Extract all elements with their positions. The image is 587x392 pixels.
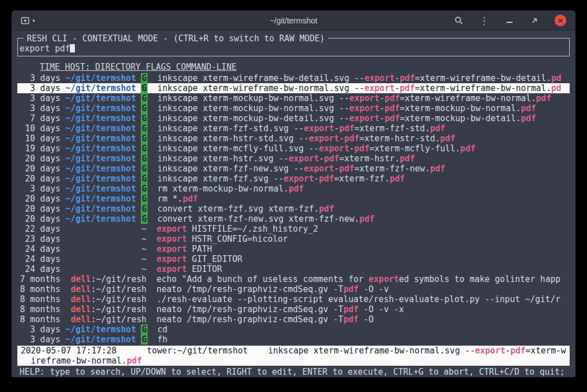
row-command: inkscape xterm-hstr-std.svg --export-pdf…	[158, 133, 568, 144]
match-highlight: pdf	[390, 174, 405, 184]
history-row[interactable]: 3 days~/git/termshot Ginkscape xterm-wir…	[17, 73, 570, 83]
row-time: 3 days	[20, 334, 60, 345]
row-time: 8 months	[20, 284, 60, 294]
history-row[interactable]: 22 days~export HISTFILE=~/.zsh_history_2	[17, 224, 570, 234]
row-command: export PATH	[157, 244, 567, 254]
row-host: ~/git/termshot	[65, 123, 136, 133]
match-highlight: export	[304, 123, 334, 133]
history-row[interactable]: 20 days~/git/termshot Ginkscape xterm-fz…	[17, 164, 570, 174]
row-command: inkscape xterm-fzf-std.svg --export-pdf=…	[158, 123, 568, 133]
row-host: dell	[71, 304, 91, 314]
match-highlight: pdf	[127, 356, 142, 366]
kebab-menu-icon[interactable]: ⋮	[479, 16, 489, 26]
row-command: inkscape xterm-fzf.svg --export-pdf=xter…	[158, 174, 568, 184]
history-row[interactable]: 24 days~export GIT_EDITOR	[17, 254, 570, 264]
chevron-down-icon: ▾	[32, 18, 35, 23]
search-box-title: RESH CLI - CONTEXTUAL MODE - (CTRL+R to …	[23, 34, 328, 44]
row-time: 7 months	[20, 274, 60, 284]
row-host: ~	[141, 264, 146, 274]
row-host: ~/git/termshot	[65, 334, 136, 345]
row-host-flags: ~	[65, 254, 146, 264]
match-highlight: pdf	[400, 73, 415, 83]
row-time: 20 days	[20, 174, 60, 184]
match-highlight: export	[475, 346, 505, 356]
history-row[interactable]: 19 days~/git/termshot Ginkscape xterm-mc…	[17, 144, 570, 154]
match-highlight: pdf	[339, 164, 354, 174]
row-host: dell	[71, 314, 91, 324]
history-row[interactable]: 20 days~/git/termshot Gconvert xterm-fzf…	[17, 204, 570, 214]
status-line-2: ireframe-bw-normal.pdf	[21, 356, 566, 366]
match-highlight: pdf	[319, 204, 334, 214]
history-row[interactable]: 3 days~/git/termshot Grm xterm-mockup-bw…	[17, 184, 570, 194]
row-host: ~/git/termshot	[65, 73, 136, 83]
row-time: 3 days	[20, 103, 60, 113]
table-header: TIME HOST: DIRECTORY FLAGS COMMAND-LINE	[20, 62, 567, 72]
close-button[interactable]: ×	[555, 15, 566, 26]
row-host-flags: ~/git/termshot G	[65, 194, 148, 204]
match-highlight: export	[283, 174, 314, 184]
history-row[interactable]: 10 days~/git/termshot Ginkscape xterm-hs…	[17, 133, 570, 144]
history-row[interactable]: 3 days~/git/termshot Ginkscape xterm-wir…	[17, 83, 570, 93]
history-row[interactable]: 8 monthsdell:~/git/reshneato /tmp/resh-g…	[17, 304, 570, 314]
row-command: inkscape xterm-fzf-new.svg --export-pdf=…	[158, 164, 568, 174]
table-header-text: TIME HOST: DIRECTORY FLAGS COMMAND-LINE	[40, 62, 236, 72]
row-time: 3 days	[20, 73, 60, 83]
new-tab-button[interactable]: ▾	[18, 16, 37, 26]
restore-button[interactable]	[529, 16, 539, 26]
row-command: inkscape xterm-hstr.svg --export-pdf=xte…	[158, 154, 568, 164]
row-host-flags: ~/git/termshot G	[65, 73, 148, 83]
row-command: neato /tmp/resh-graphviz-cmdSeq.gv -Tpdf…	[157, 314, 567, 324]
git-flag-badge: G	[141, 154, 147, 164]
row-time: 24 days	[20, 264, 60, 274]
match-highlight: export	[368, 274, 399, 284]
history-row[interactable]: 8 monthsdell:~/git/resh./resh-evaluate -…	[17, 294, 570, 304]
history-row[interactable]: 24 days~export EDITOR	[17, 264, 570, 274]
row-command: inkscape xterm-wireframe-bw-detail.svg -…	[158, 73, 568, 83]
history-row[interactable]: 7 monthsdell:~/git/reshecho "Add a bunch…	[17, 274, 570, 284]
row-time: 19 days	[20, 144, 60, 154]
row-time: 8 months	[20, 304, 60, 314]
row-command: fh	[158, 334, 568, 345]
row-time: 20 days	[20, 154, 60, 164]
row-command: inkscape xterm-mockup-bw-normal.svg --ex…	[158, 93, 568, 103]
match-highlight: export	[319, 144, 349, 154]
history-row[interactable]: 20 days~/git/termshot Grm *.pdf	[17, 194, 570, 204]
search-box[interactable]: RESH CLI - CONTEXTUAL MODE - (CTRL+R to …	[17, 38, 570, 56]
history-row[interactable]: 23 days~export HSTR_CONFIG=hicolor	[17, 234, 570, 244]
row-host: ~	[141, 244, 146, 254]
match-highlight: pdf	[536, 93, 551, 103]
history-row[interactable]: 8 monthsdell:~/git/reshneato /tmp/resh-g…	[17, 284, 570, 294]
history-row[interactable]: 20 days~/git/termshot Ginkscape xterm-fz…	[17, 174, 570, 184]
match-highlight: export	[364, 83, 395, 93]
row-command: rm xterm-mockup-bw-normal.pdf	[158, 184, 568, 194]
match-highlight: export	[364, 73, 395, 83]
row-host: ~/git/termshot	[65, 144, 136, 154]
history-row[interactable]: 10 days~/git/termshot Ginkscape xterm-fz…	[17, 123, 570, 133]
row-time: 3 days	[20, 184, 60, 194]
match-highlight: pdf	[183, 194, 198, 204]
history-row[interactable]: 3 days~/git/termshot Ginkscape xterm-moc…	[17, 93, 570, 103]
history-row[interactable]: 7 days~/git/termshot Ginkscape xterm-moc…	[17, 113, 570, 123]
search-icon[interactable]	[454, 16, 464, 26]
search-input[interactable]: export pdf	[20, 44, 567, 54]
minimize-button[interactable]	[504, 16, 514, 26]
row-command: ./resh-evaluate --plotting-script evalua…	[157, 294, 567, 304]
history-row[interactable]: 3 days~/git/termshot Gfh	[17, 334, 570, 345]
history-row[interactable]: 3 days~/git/termshot Gcd	[17, 324, 570, 334]
history-row[interactable]: 20 days~/git/termshot Ginkscape xterm-hs…	[17, 154, 570, 164]
match-highlight: pdf	[460, 144, 475, 154]
history-row[interactable]: 3 days~/git/termshot Ginkscape xterm-moc…	[17, 103, 570, 113]
row-host: ~/git/termshot	[65, 174, 136, 184]
row-host: dell	[71, 284, 91, 294]
history-row[interactable]: 8 monthsdell:~/git/reshneato /tmp/resh-g…	[17, 314, 570, 324]
history-row[interactable]: 24 days~export PATH	[17, 244, 570, 254]
row-host-flags: dell:~/git/resh	[65, 284, 146, 294]
git-flag-badge: G	[141, 133, 147, 144]
row-command: convert xterm-fzf-new.svg xterm-fzf-new.…	[158, 214, 568, 224]
titlebar[interactable]: ▾ ~/git/termshot ⋮ ×	[12, 11, 575, 31]
row-command: convert xterm-fzf.svg xterm-fzf.pdf	[158, 204, 568, 214]
history-row[interactable]: 20 days~/git/termshot Gconvert xterm-fzf…	[17, 214, 570, 224]
row-command: inkscape xterm-mockup-bw-normal.svg --ex…	[158, 103, 568, 113]
match-highlight: pdf	[521, 113, 536, 123]
row-time: 20 days	[20, 214, 60, 224]
